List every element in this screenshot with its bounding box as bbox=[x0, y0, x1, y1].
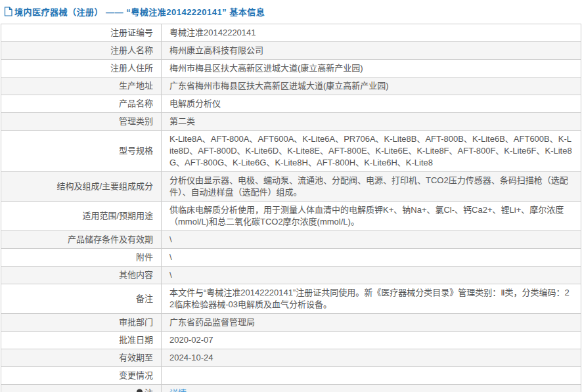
row-label: 审批部门 bbox=[1, 314, 162, 332]
row-label-text: 结构及组成/主要组成成分 bbox=[56, 181, 153, 191]
row-label-text: 附件 bbox=[136, 252, 153, 262]
document-icon bbox=[4, 7, 12, 16]
row-label-text: 产品名称 bbox=[119, 98, 153, 108]
row-value: 2020-02-07 bbox=[162, 332, 581, 349]
table-row: 有效期至2024-10-24 bbox=[1, 349, 581, 367]
row-label-text: 其他内容 bbox=[119, 270, 153, 280]
row-value: 粤械注准20142220141 bbox=[162, 24, 581, 42]
table-row: 审批部门广东省药品监督管理局 bbox=[1, 314, 581, 332]
row-label-text: 产品储存条件及有效期 bbox=[68, 234, 153, 244]
table-row: 注册证编号粤械注准20142220141 bbox=[1, 24, 581, 42]
row-value: \ bbox=[162, 231, 581, 249]
table-row: 管理类别第二类 bbox=[1, 113, 581, 131]
row-value-text: \ bbox=[169, 270, 172, 280]
row-value-text: 2024-10-24 bbox=[169, 353, 213, 362]
row-value: 第二类 bbox=[162, 113, 581, 131]
row-label: 附件 bbox=[1, 249, 162, 267]
row-label: 其他内容 bbox=[1, 267, 162, 284]
table-row: 附件\ bbox=[1, 249, 581, 267]
row-label: 产品储存条件及有效期 bbox=[1, 231, 162, 249]
table-row: 注详情 bbox=[1, 385, 581, 392]
table-row: 注册人住所梅州市梅县区扶大高新区进城大道(康立高新产业园) bbox=[1, 60, 581, 77]
row-label-text: 批准日期 bbox=[119, 335, 153, 345]
table-row: 注册人名称梅州康立高科技有限公司 bbox=[1, 42, 581, 60]
details-link[interactable]: 详情 bbox=[169, 388, 187, 392]
row-value: 广东省药品监督管理局 bbox=[162, 314, 581, 332]
row-value-text: 供临床电解质分析使用，用于测量人体血清中的电解质钾K+、钠Na+、氯Cl-、钙C… bbox=[169, 205, 564, 227]
table-row: 变更情况 bbox=[1, 367, 581, 385]
page-header: 境内医疗器械（注册） —— “粤械注准20142220141” 基本信息 bbox=[0, 0, 582, 22]
table-row: 产品名称电解质分析仪 bbox=[1, 95, 581, 113]
row-label: 管理类别 bbox=[1, 113, 162, 131]
row-value-text: 广东省药品监督管理局 bbox=[169, 317, 255, 327]
table-row: 产品储存条件及有效期\ bbox=[1, 231, 581, 249]
row-label-text: 变更情况 bbox=[119, 370, 153, 380]
row-label-text: 注册证编号 bbox=[110, 28, 153, 37]
row-value-text: \ bbox=[169, 234, 172, 244]
row-value-text: 第二类 bbox=[169, 116, 195, 126]
row-value: 梅州康立高科技有限公司 bbox=[162, 42, 581, 60]
row-value-text: 广东省梅州市梅县区扶大高新区进城大道(康立高新产业园) bbox=[169, 81, 389, 91]
row-label: 注册人名称 bbox=[1, 42, 162, 60]
row-label-text: 适用范围/预期用途 bbox=[82, 211, 153, 221]
row-value-text: 梅州市梅县区扶大高新区进城大道(康立高新产业园) bbox=[169, 63, 363, 73]
row-label: 备注 bbox=[1, 284, 162, 314]
row-label: 批准日期 bbox=[1, 332, 162, 349]
row-label-text: 有效期至 bbox=[119, 353, 153, 362]
row-value: 分析仪由显示器、电极、蠕动泵、流通池、分配阀、电源、打印机、TCO2压力传感器、… bbox=[162, 172, 581, 202]
comment-icon bbox=[136, 389, 143, 392]
row-value: 2024-10-24 bbox=[162, 349, 581, 367]
row-label-text: 注册人名称 bbox=[110, 45, 153, 55]
row-label: 适用范围/预期用途 bbox=[1, 202, 162, 231]
row-value: 广东省梅州市梅县区扶大高新区进城大道(康立高新产业园) bbox=[162, 77, 581, 95]
row-value: 供临床电解质分析使用，用于测量人体血清中的电解质钾K+、钠Na+、氯Cl-、钙C… bbox=[162, 202, 581, 231]
row-value-text: K-Lite8A、AFT-800A、AFT600A、K-Lite6A、PR706… bbox=[169, 134, 572, 167]
row-label: 型号规格 bbox=[1, 131, 162, 172]
page-title: 境内医疗器械（注册） —— “粤械注准20142220141” 基本信息 bbox=[14, 5, 265, 18]
table-row: 结构及组成/主要组成成分分析仪由显示器、电极、蠕动泵、流通池、分配阀、电源、打印… bbox=[1, 172, 581, 202]
row-value: 梅州市梅县区扶大高新区进城大道(康立高新产业园) bbox=[162, 60, 581, 77]
row-value: 详情 bbox=[162, 385, 581, 392]
row-label: 结构及组成/主要组成成分 bbox=[1, 172, 162, 202]
row-label-text: 管理类别 bbox=[119, 116, 153, 126]
row-label-text: 备注 bbox=[136, 294, 153, 303]
table-row: 其他内容\ bbox=[1, 267, 581, 284]
row-label-text: 注册人住所 bbox=[110, 63, 153, 73]
row-label: 注册证编号 bbox=[1, 24, 162, 42]
row-value-text: \ bbox=[169, 252, 172, 262]
table-row: 型号规格K-Lite8A、AFT-800A、AFT600A、K-Lite6A、P… bbox=[1, 131, 581, 172]
row-label-text: 注 bbox=[145, 388, 153, 392]
row-value: \ bbox=[162, 249, 581, 267]
page: 境内医疗器械（注册） —— “粤械注准20142220141” 基本信息 注册证… bbox=[0, 0, 582, 392]
row-value: \ bbox=[162, 267, 581, 284]
row-label: 注 bbox=[1, 385, 162, 392]
row-label-text: 审批部门 bbox=[119, 317, 153, 327]
row-value bbox=[162, 367, 581, 385]
table-row: 备注本文件与“粤械注准20142220141”注册证共同使用。新《医疗器械分类目… bbox=[1, 284, 581, 314]
row-label: 变更情况 bbox=[1, 367, 162, 385]
row-label: 生产地址 bbox=[1, 77, 162, 95]
row-value: 本文件与“粤械注准20142220141”注册证共同使用。新《医疗器械分类目录》… bbox=[162, 284, 581, 314]
table-row: 适用范围/预期用途供临床电解质分析使用，用于测量人体血清中的电解质钾K+、钠Na… bbox=[1, 202, 581, 231]
row-value-text: 粤械注准20142220141 bbox=[169, 28, 256, 37]
row-label: 有效期至 bbox=[1, 349, 162, 367]
row-value-text: 2020-02-07 bbox=[169, 335, 213, 345]
row-label-text: 生产地址 bbox=[119, 81, 153, 91]
row-value: 电解质分析仪 bbox=[162, 95, 581, 113]
row-label: 产品名称 bbox=[1, 95, 162, 113]
row-value-text: 梅州康立高科技有限公司 bbox=[169, 45, 263, 55]
row-label: 注册人住所 bbox=[1, 60, 162, 77]
row-label-text: 型号规格 bbox=[119, 146, 153, 156]
row-value-text: 电解质分析仪 bbox=[169, 98, 221, 108]
table-row: 批准日期2020-02-07 bbox=[1, 332, 581, 349]
row-value: K-Lite8A、AFT-800A、AFT600A、K-Lite6A、PR706… bbox=[162, 131, 581, 172]
row-value-text: 分析仪由显示器、电极、蠕动泵、流通池、分配阀、电源、打印机、TCO2压力传感器、… bbox=[169, 175, 568, 197]
row-value-text: 本文件与“粤械注准20142220141”注册证共同使用。新《医疗器械分类目录》… bbox=[169, 288, 570, 309]
table-row: 生产地址广东省梅州市梅县区扶大高新区进城大道(康立高新产业园) bbox=[1, 77, 581, 95]
registration-info-table: 注册证编号粤械注准20142220141注册人名称梅州康立高科技有限公司注册人住… bbox=[1, 24, 581, 392]
